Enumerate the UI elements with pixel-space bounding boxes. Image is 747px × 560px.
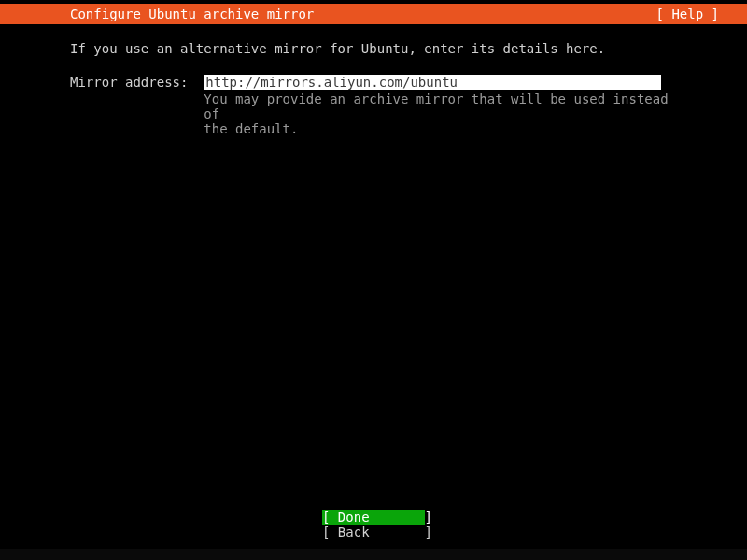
done-button[interactable]: [ Done ] xyxy=(322,510,425,525)
content-area: If you use an alternative mirror for Ubu… xyxy=(0,24,747,136)
description-text: If you use an alternative mirror for Ubu… xyxy=(70,41,677,56)
mirror-address-label: Mirror address: xyxy=(70,75,204,90)
help-button[interactable]: [ Help ] xyxy=(656,7,719,21)
mirror-help-text: You may provide an archive mirror that w… xyxy=(204,91,677,136)
bottom-border xyxy=(0,549,747,560)
mirror-address-input[interactable]: http://mirrors.aliyun.com/ubuntu xyxy=(204,75,661,90)
header-bar: Configure Ubuntu archive mirror [ Help ] xyxy=(0,4,747,24)
help-line-1: You may provide an archive mirror that w… xyxy=(204,91,677,121)
footer-buttons: [ Done ] [ Back ] xyxy=(0,510,747,539)
mirror-address-row: Mirror address: http://mirrors.aliyun.co… xyxy=(70,75,677,136)
back-button[interactable]: [ Back ] xyxy=(322,525,425,539)
help-line-2: the default. xyxy=(204,121,677,136)
page-title: Configure Ubuntu archive mirror xyxy=(70,7,314,21)
mirror-input-area: http://mirrors.aliyun.com/ubuntu You may… xyxy=(204,75,677,136)
